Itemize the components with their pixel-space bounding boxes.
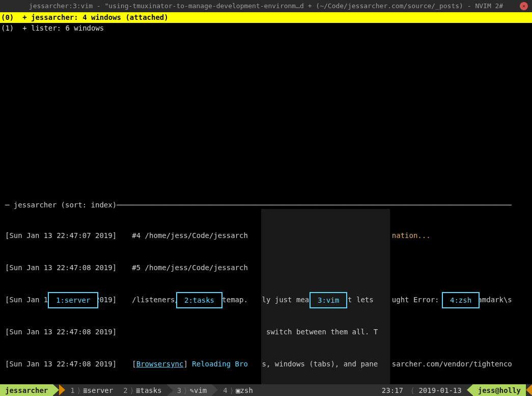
- log-line: [Sun Jan 13 22:47:08 2019]: [5, 262, 132, 273]
- window-titlebar: jessarcher:3:vim - "using-tmuxinator-to-…: [0, 0, 532, 12]
- tmux-session-list: (0) + jessarcher: 4 windows (attached) (…: [0, 12, 532, 34]
- status-time: 23:17: [377, 384, 408, 396]
- session-row-active[interactable]: (0) + jessarcher: 4 windows (attached): [0, 12, 532, 23]
- window-label-server[interactable]: 1:server: [48, 292, 98, 308]
- separator-icon: [526, 384, 532, 395]
- status-window-3-active[interactable]: 3⟩✎ vim: [167, 384, 212, 396]
- log-line: [Sun Jan 13 22:47:07 2019]: [5, 230, 132, 241]
- status-session[interactable]: jessarcher: [0, 384, 53, 396]
- window-label-tasks[interactable]: 2:tasks: [176, 292, 222, 308]
- window-title: jessarcher:3:vim - "using-tmuxinator-to-…: [29, 2, 503, 10]
- log-line: [Sun Jan 13 22:47:08 2019]: [5, 327, 132, 337]
- status-host: jess@holly: [473, 384, 526, 396]
- separator-icon: [467, 384, 473, 395]
- status-window-1[interactable]: 1⟩≣ server: [65, 384, 118, 396]
- separator-icon: [59, 384, 65, 395]
- window-label-vim[interactable]: 3:vim: [310, 292, 347, 308]
- log-line: sarcher.com/vendor/tightenco: [392, 359, 529, 369]
- status-window-2[interactable]: 2⟩≣ tasks: [118, 384, 166, 396]
- session-row[interactable]: (1) + lister: 6 windows: [0, 23, 532, 34]
- text-line: switch between them all. T: [262, 327, 390, 337]
- close-icon[interactable]: ✕: [520, 2, 528, 10]
- tree-header: ─ jessarcher (sort: index)──────────────…: [5, 201, 529, 209]
- log-line: [Sun Jan 13 22:47:08 2019]: [5, 359, 132, 369]
- separator-icon: [212, 384, 218, 395]
- separator-icon: [167, 385, 173, 396]
- status-date: 2019-01-13: [416, 384, 466, 396]
- separator-icon: [53, 384, 59, 395]
- text-line: s, windows (tabs), and pane: [262, 359, 390, 369]
- log-line: #5 /home/jess/Code/jessarch: [132, 262, 259, 273]
- log-line: [Browsersync] Reloading Bro: [132, 359, 259, 369]
- status-window-4[interactable]: 4⟩▣ zsh: [218, 384, 258, 396]
- tmux-statusbar: jessarcher 1⟩≣ server 2⟩≣ tasks 3⟩✎ vim …: [0, 384, 532, 396]
- log-line: nation...: [392, 230, 529, 241]
- log-line: #4 /home/jess/Code/jessarch: [132, 230, 259, 241]
- window-label-zsh[interactable]: 4:zsh: [442, 292, 480, 308]
